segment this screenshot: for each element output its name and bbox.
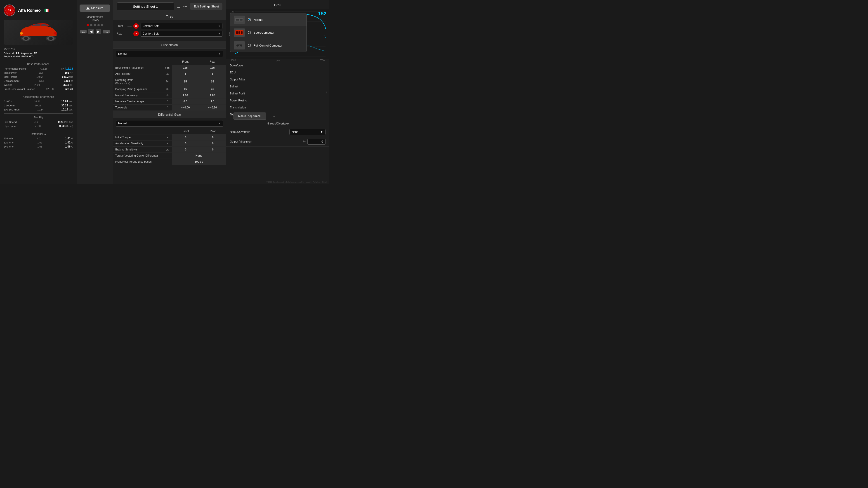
damping-exp-row: Damping Ratio (Expansion) % 45 45: [113, 86, 226, 92]
ballast-row: Ballast: [226, 83, 329, 90]
svg-rect-21: [236, 31, 238, 34]
sport-radio: [248, 31, 251, 34]
accel-sens-unit: Lv.: [163, 140, 172, 147]
nitrous-dropdown[interactable]: None ▼: [289, 129, 326, 135]
settings-sheet-title[interactable]: Settings Sheet 1: [117, 2, 174, 10]
accel-sens-front[interactable]: 0: [172, 140, 199, 147]
accel-400-row: 0-400 m 16.81 16.81 sec.: [4, 100, 73, 103]
camber-row: Negative Camber Angle ° 0.5 1.0: [113, 98, 226, 105]
camber-rear[interactable]: 1.0: [199, 98, 226, 105]
braking-sens-front[interactable]: 0: [172, 147, 199, 153]
toe-front[interactable]: ⟼ 0.00: [172, 105, 199, 111]
accel-100-row: 100-150 km/h 10.14 10.14 sec.: [4, 108, 73, 111]
svg-rect-23: [241, 31, 243, 34]
accel-1000-value: 30.28 sec.: [61, 104, 73, 107]
power-alt: 152: [38, 71, 42, 74]
front-tire-dropdown[interactable]: Comfort: Soft ▼: [141, 23, 222, 29]
dot-2[interactable]: [90, 24, 92, 26]
front-rear-dist-label: Front/Rear Torque Distribution: [113, 159, 172, 165]
toe-rear[interactable]: ⟼ 0.20: [199, 105, 226, 111]
body-height-front[interactable]: 135: [172, 65, 199, 71]
initial-torque-front[interactable]: 0: [172, 134, 199, 140]
drivetrain-value: FF: [16, 52, 19, 55]
accel-100-label: 100-150 km/h: [4, 108, 20, 111]
accel-400-label: 0-400 m: [4, 100, 13, 103]
braking-sens-unit: Lv.: [163, 147, 172, 153]
toe-label: Toe Angle: [113, 105, 163, 111]
sport-thumb: [234, 29, 245, 37]
displacement-value: 1368 cc: [64, 79, 73, 83]
measure-button[interactable]: Measure: [80, 4, 110, 12]
body-height-rear[interactable]: 135: [199, 65, 226, 71]
dot-5[interactable]: [101, 24, 103, 26]
balance-label: Front-Rear Weight Balance: [4, 88, 35, 90]
next-arrow[interactable]: ▶: [96, 29, 101, 34]
antiroll-label: Anti-Roll Bar: [113, 71, 163, 77]
menu-icon[interactable]: ☰: [177, 4, 181, 9]
svg-point-8: [20, 32, 23, 35]
front-rear-dist-value[interactable]: 100 : 0: [172, 159, 226, 165]
toe-front-icon: ⟼: [181, 107, 185, 109]
torque-unit: ft·lb: [69, 76, 73, 78]
dot-1[interactable]: [87, 24, 89, 26]
torque-vector-value[interactable]: None: [172, 153, 226, 159]
antiroll-row: Anti-Roll Bar Lv. 1 1: [113, 71, 226, 77]
chevron-right-icon[interactable]: ›: [326, 89, 327, 95]
nitrous-section: Nitrous/Overtake Nitrous/Overtake None ▼…: [226, 120, 329, 147]
full-label: Full Control Computer: [254, 44, 282, 47]
rear-tire-arrow: ▼: [218, 33, 220, 35]
output-adj-input[interactable]: 0: [307, 139, 326, 144]
body-height-unit: mm: [163, 65, 172, 71]
natural-freq-rear[interactable]: 1.80: [199, 92, 226, 98]
initial-torque-label: Initial Torque: [113, 134, 163, 140]
initial-torque-rear[interactable]: 0: [199, 134, 226, 140]
ecu-option-sport[interactable]: Sport Computer: [230, 26, 307, 39]
normal-thumb: [234, 15, 245, 24]
differential-dropdown[interactable]: Normal ▼: [116, 120, 223, 127]
dot-3[interactable]: [94, 24, 96, 26]
svg-rect-27: [237, 44, 242, 45]
weight-alt: 2524: [34, 84, 40, 86]
braking-sens-label: Braking Sensitivity: [113, 147, 163, 153]
output-adj-unit: %: [303, 140, 306, 143]
accel-sens-rear[interactable]: 0: [199, 140, 226, 147]
camber-label: Negative Camber Angle: [113, 98, 163, 105]
front-tire-row: Front — CS Comfort: Soft ▼: [117, 23, 222, 29]
rear-tire-dropdown[interactable]: Comfort: Soft ▼: [141, 31, 222, 37]
base-performance-title: Base Performance: [4, 63, 73, 66]
l1-badge[interactable]: L1: [80, 30, 86, 33]
flag-icon: 🇮🇹: [44, 8, 49, 13]
rear-tire-label: Rear: [117, 32, 126, 35]
output-adj-row-2: Output Adjustment % 0: [226, 137, 329, 147]
edit-settings-button[interactable]: Edit Settings Sheet: [190, 3, 222, 10]
antiroll-rear[interactable]: 1: [199, 71, 226, 77]
manual-adj-button[interactable]: Manual Adjustment: [234, 112, 266, 120]
r1-badge[interactable]: R1: [103, 30, 110, 33]
copyright: © 2022 Sony Interactive Entertainment In…: [266, 181, 327, 183]
natural-freq-front[interactable]: 1.60: [172, 92, 199, 98]
accel-400-alt: 16.81: [34, 100, 40, 103]
svg-point-7: [49, 37, 53, 40]
damping-comp-front[interactable]: 35: [172, 77, 199, 86]
suspension-dropdown[interactable]: Normal ▼: [116, 51, 223, 57]
dot-4[interactable]: [97, 24, 100, 26]
manual-adj-dots[interactable]: •••: [272, 114, 275, 118]
ecu-option-normal[interactable]: Normal: [230, 13, 307, 26]
low-speed-value: -0.21 (Neutral): [57, 121, 73, 124]
camber-front[interactable]: 0.5: [172, 98, 199, 105]
svg-text:AR: AR: [8, 9, 11, 12]
damping-comp-rear[interactable]: 35: [199, 77, 226, 86]
braking-sens-rear[interactable]: 0: [199, 147, 226, 153]
accel-sens-row: Acceleration Sensitivity Lv. 0 0: [113, 140, 226, 147]
differential-dropdown-container: Normal ▼: [113, 119, 226, 128]
nitrous-arrow: ▼: [320, 130, 323, 133]
ballast-pos-row: Ballast Positi: [226, 90, 329, 97]
damping-exp-front[interactable]: 45: [172, 86, 199, 92]
ecu-option-full[interactable]: Full Control Computer: [230, 39, 307, 52]
rotational-title: Rotational G: [4, 132, 73, 135]
prev-arrow[interactable]: ◀: [88, 29, 94, 34]
damping-exp-rear[interactable]: 45: [199, 86, 226, 92]
more-options-icon[interactable]: •••: [183, 4, 188, 9]
pp-prefix: PP: [61, 68, 64, 70]
antiroll-front[interactable]: 1: [172, 71, 199, 77]
